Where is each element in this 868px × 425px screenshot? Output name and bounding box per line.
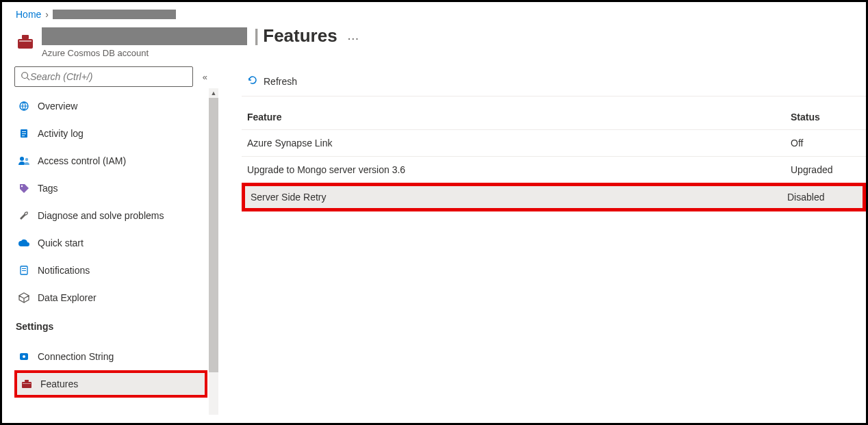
sidebar-item-label: Activity log — [38, 128, 84, 139]
svg-point-3 — [22, 72, 28, 78]
svg-rect-20 — [23, 383, 31, 384]
sidebar-item-overview[interactable]: Overview — [14, 92, 207, 120]
cube-icon — [16, 292, 32, 303]
cosmosdb-icon — [16, 32, 35, 51]
feature-cell: Server Side Retry — [251, 192, 787, 203]
status-cell: Upgraded — [791, 164, 866, 175]
search-input[interactable] — [30, 71, 187, 82]
svg-rect-14 — [22, 268, 26, 269]
svg-rect-8 — [22, 133, 26, 134]
svg-rect-19 — [25, 380, 29, 382]
resource-name-redacted — [42, 27, 247, 45]
briefcase-icon — [18, 379, 35, 389]
log-icon — [16, 128, 32, 139]
title-separator: | — [254, 25, 259, 47]
status-cell: Disabled — [787, 192, 863, 203]
more-icon[interactable]: … — [347, 29, 361, 43]
sidebar-item-quick-start[interactable]: Quick start — [14, 229, 207, 257]
search-input-container[interactable] — [14, 66, 193, 87]
page-header: | Features … Azure Cosmos DB account — [2, 24, 866, 58]
column-feature[interactable]: Feature — [247, 112, 791, 123]
table-row[interactable]: Server Side Retry Disabled — [242, 183, 866, 211]
tag-icon — [16, 183, 32, 194]
globe-icon — [16, 101, 32, 112]
sidebar-item-tags[interactable]: Tags — [14, 175, 207, 202]
breadcrumb-home[interactable]: Home — [16, 9, 41, 20]
key-icon — [16, 351, 32, 362]
feature-cell: Azure Synapse Link — [247, 138, 791, 149]
svg-rect-18 — [22, 382, 31, 388]
resource-type-subtitle: Azure Cosmos DB account — [42, 48, 361, 58]
sidebar-item-diagnose[interactable]: Diagnose and solve problems — [14, 202, 207, 229]
sidebar-item-features[interactable]: Features — [14, 370, 207, 398]
sidebar-item-label: Tags — [38, 183, 58, 194]
svg-point-12 — [21, 185, 23, 187]
cloud-icon — [16, 238, 32, 248]
main-content: Refresh Feature Status Azure Synapse Lin… — [214, 66, 866, 415]
refresh-button[interactable]: Refresh — [242, 72, 303, 90]
sidebar-item-connection-string[interactable]: Connection String — [14, 343, 207, 370]
table-header: Feature Status — [242, 102, 866, 130]
svg-rect-7 — [22, 131, 26, 132]
chevron-right-icon: › — [45, 9, 49, 20]
sidebar: « Overview Activity log Access control (… — [2, 66, 214, 415]
table-row[interactable]: Upgrade to Mongo server version 3.6 Upgr… — [242, 157, 866, 183]
refresh-icon — [247, 75, 258, 88]
svg-point-17 — [23, 355, 25, 358]
features-table: Feature Status Azure Synapse Link Off Up… — [242, 102, 866, 211]
breadcrumb: Home › — [2, 2, 866, 24]
svg-rect-1 — [22, 35, 29, 39]
sidebar-item-label: Diagnose and solve problems — [38, 210, 164, 221]
sidebar-item-label: Access control (IAM) — [38, 155, 126, 166]
bell-doc-icon — [16, 265, 32, 276]
svg-rect-2 — [19, 40, 31, 42]
sidebar-item-label: Overview — [38, 101, 77, 112]
sidebar-item-label: Quick start — [38, 237, 84, 248]
svg-rect-15 — [22, 270, 26, 271]
toolbar: Refresh — [242, 66, 866, 96]
sidebar-item-notifications[interactable]: Notifications — [14, 257, 207, 284]
sidebar-item-label: Notifications — [38, 265, 90, 276]
svg-point-10 — [20, 157, 24, 161]
sidebar-item-access-control[interactable]: Access control (IAM) — [14, 147, 207, 175]
svg-rect-9 — [22, 136, 25, 136]
svg-point-11 — [25, 158, 28, 161]
wrench-icon — [16, 210, 32, 221]
collapse-sidebar-icon[interactable]: « — [203, 72, 207, 82]
table-row[interactable]: Azure Synapse Link Off — [242, 130, 866, 157]
feature-cell: Upgrade to Mongo server version 3.6 — [247, 164, 791, 175]
sidebar-section-settings: Settings — [14, 311, 207, 337]
sidebar-item-label: Data Explorer — [38, 292, 97, 303]
people-icon — [16, 155, 32, 166]
sidebar-item-label: Features — [40, 378, 78, 389]
search-icon — [21, 71, 30, 83]
column-status[interactable]: Status — [791, 112, 866, 123]
status-cell: Off — [791, 138, 866, 149]
sidebar-item-data-explorer[interactable]: Data Explorer — [14, 284, 207, 311]
sidebar-item-label: Connection String — [38, 351, 114, 362]
svg-line-4 — [27, 77, 30, 80]
breadcrumb-redacted — [53, 10, 176, 19]
refresh-label: Refresh — [264, 76, 297, 87]
page-title: Features — [263, 25, 337, 47]
sidebar-item-activity-log[interactable]: Activity log — [14, 120, 207, 147]
